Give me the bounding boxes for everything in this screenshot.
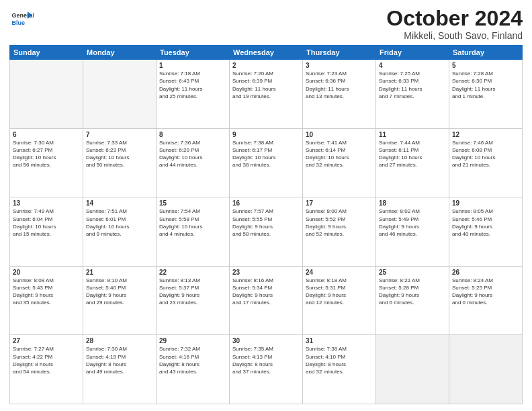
weekday-header-row: SundayMondayTuesdayWednesdayThursdayFrid… — [10, 46, 523, 60]
day-cell: 3Sunrise: 7:23 AM Sunset: 6:36 PM Daylig… — [303, 60, 376, 129]
day-number: 1 — [159, 62, 226, 69]
day-number: 10 — [306, 131, 373, 138]
day-cell — [449, 335, 523, 404]
day-cell: 24Sunrise: 8:18 AM Sunset: 5:31 PM Dayli… — [303, 266, 376, 335]
weekday-friday: Friday — [376, 46, 449, 60]
day-detail: Sunrise: 7:25 AM Sunset: 6:33 PM Dayligh… — [379, 70, 446, 100]
day-cell: 13Sunrise: 7:49 AM Sunset: 6:04 PM Dayli… — [10, 197, 83, 267]
day-number: 8 — [159, 131, 226, 138]
day-number: 3 — [306, 62, 373, 69]
day-detail: Sunrise: 7:18 AM Sunset: 6:43 PM Dayligh… — [159, 70, 226, 100]
day-cell: 28Sunrise: 7:30 AM Sunset: 4:19 PM Dayli… — [83, 335, 157, 404]
day-detail: Sunrise: 7:33 AM Sunset: 6:23 PM Dayligh… — [86, 139, 153, 169]
weekday-saturday: Saturday — [449, 46, 523, 60]
day-number: 9 — [232, 131, 300, 138]
weekday-monday: Monday — [83, 46, 157, 60]
day-number: 13 — [13, 199, 80, 207]
day-cell: 16Sunrise: 7:57 AM Sunset: 5:55 PM Dayli… — [230, 197, 303, 267]
day-number: 2 — [232, 62, 300, 69]
day-cell: 26Sunrise: 8:24 AM Sunset: 5:25 PM Dayli… — [449, 266, 523, 335]
day-detail: Sunrise: 8:18 AM Sunset: 5:31 PM Dayligh… — [306, 277, 373, 307]
day-cell: 14Sunrise: 7:51 AM Sunset: 6:01 PM Dayli… — [83, 197, 157, 267]
week-row-4: 27Sunrise: 7:27 AM Sunset: 4:22 PM Dayli… — [10, 335, 523, 404]
day-detail: Sunrise: 8:00 AM Sunset: 5:52 PM Dayligh… — [306, 208, 373, 238]
day-number: 15 — [159, 199, 226, 207]
day-detail: Sunrise: 7:35 AM Sunset: 4:13 PM Dayligh… — [232, 345, 300, 375]
day-number: 25 — [379, 269, 446, 276]
day-cell: 19Sunrise: 8:05 AM Sunset: 5:46 PM Dayli… — [449, 197, 523, 267]
day-detail: Sunrise: 8:08 AM Sunset: 5:43 PM Dayligh… — [13, 277, 80, 307]
week-row-0: 1Sunrise: 7:18 AM Sunset: 6:43 PM Daylig… — [10, 60, 523, 129]
day-cell: 29Sunrise: 7:32 AM Sunset: 4:16 PM Dayli… — [157, 335, 230, 404]
day-number: 28 — [86, 337, 153, 345]
day-number: 26 — [452, 269, 519, 276]
header: General Blue October 2024 Mikkeli, South… — [9, 7, 523, 41]
calendar-subtitle: Mikkeli, South Savo, Finland — [386, 30, 523, 41]
day-number: 6 — [13, 131, 80, 138]
day-detail: Sunrise: 8:10 AM Sunset: 5:40 PM Dayligh… — [86, 277, 153, 307]
day-cell: 18Sunrise: 8:02 AM Sunset: 5:49 PM Dayli… — [376, 197, 449, 267]
week-row-3: 20Sunrise: 8:08 AM Sunset: 5:43 PM Dayli… — [10, 266, 523, 335]
day-number: 24 — [306, 269, 373, 276]
day-cell: 21Sunrise: 8:10 AM Sunset: 5:40 PM Dayli… — [83, 266, 157, 335]
day-cell: 27Sunrise: 7:27 AM Sunset: 4:22 PM Dayli… — [10, 335, 83, 404]
day-cell: 9Sunrise: 7:38 AM Sunset: 6:17 PM Daylig… — [230, 128, 303, 197]
day-number: 22 — [159, 269, 226, 276]
day-cell: 22Sunrise: 8:13 AM Sunset: 5:37 PM Dayli… — [157, 266, 230, 335]
day-cell: 6Sunrise: 7:30 AM Sunset: 6:27 PM Daylig… — [10, 128, 83, 197]
day-detail: Sunrise: 7:51 AM Sunset: 6:01 PM Dayligh… — [86, 208, 153, 238]
day-cell: 1Sunrise: 7:18 AM Sunset: 6:43 PM Daylig… — [157, 60, 230, 129]
day-detail: Sunrise: 7:57 AM Sunset: 5:55 PM Dayligh… — [232, 208, 300, 238]
day-detail: Sunrise: 7:27 AM Sunset: 4:22 PM Dayligh… — [13, 345, 80, 375]
day-number: 31 — [306, 337, 373, 345]
day-number: 7 — [86, 131, 153, 138]
day-number: 16 — [232, 199, 300, 207]
day-cell: 11Sunrise: 7:44 AM Sunset: 6:11 PM Dayli… — [376, 128, 449, 197]
day-number: 18 — [379, 199, 446, 207]
day-number: 17 — [306, 199, 373, 207]
day-number: 29 — [159, 337, 226, 345]
day-number: 19 — [452, 199, 519, 207]
day-number: 27 — [13, 337, 80, 345]
day-detail: Sunrise: 7:23 AM Sunset: 6:36 PM Dayligh… — [306, 70, 373, 100]
day-detail: Sunrise: 8:13 AM Sunset: 5:37 PM Dayligh… — [159, 277, 226, 307]
day-number: 23 — [232, 269, 300, 276]
day-number: 11 — [379, 131, 446, 138]
day-cell — [83, 60, 157, 129]
day-cell: 12Sunrise: 7:46 AM Sunset: 6:08 PM Dayli… — [449, 128, 523, 197]
week-row-2: 13Sunrise: 7:49 AM Sunset: 6:04 PM Dayli… — [10, 197, 523, 267]
day-cell — [10, 60, 83, 129]
day-cell: 7Sunrise: 7:33 AM Sunset: 6:23 PM Daylig… — [83, 128, 157, 197]
day-cell: 23Sunrise: 8:16 AM Sunset: 5:34 PM Dayli… — [230, 266, 303, 335]
day-detail: Sunrise: 7:46 AM Sunset: 6:08 PM Dayligh… — [452, 139, 519, 169]
day-cell: 2Sunrise: 7:20 AM Sunset: 6:39 PM Daylig… — [230, 60, 303, 129]
day-detail: Sunrise: 7:41 AM Sunset: 6:14 PM Dayligh… — [306, 139, 373, 169]
day-detail: Sunrise: 8:16 AM Sunset: 5:34 PM Dayligh… — [232, 277, 300, 307]
weekday-sunday: Sunday — [10, 46, 83, 60]
calendar-table: SundayMondayTuesdayWednesdayThursdayFrid… — [9, 45, 523, 404]
svg-text:Blue: Blue — [12, 19, 26, 26]
day-detail: Sunrise: 7:28 AM Sunset: 6:30 PM Dayligh… — [452, 70, 519, 100]
day-cell: 15Sunrise: 7:54 AM Sunset: 5:58 PM Dayli… — [157, 197, 230, 267]
day-detail: Sunrise: 7:49 AM Sunset: 6:04 PM Dayligh… — [13, 208, 80, 238]
day-cell: 8Sunrise: 7:36 AM Sunset: 6:20 PM Daylig… — [157, 128, 230, 197]
day-detail: Sunrise: 7:44 AM Sunset: 6:11 PM Dayligh… — [379, 139, 446, 169]
title-block: October 2024 Mikkeli, South Savo, Finlan… — [386, 7, 523, 41]
day-cell: 10Sunrise: 7:41 AM Sunset: 6:14 PM Dayli… — [303, 128, 376, 197]
day-detail: Sunrise: 7:38 AM Sunset: 6:17 PM Dayligh… — [232, 139, 300, 169]
day-detail: Sunrise: 8:21 AM Sunset: 5:28 PM Dayligh… — [379, 277, 446, 307]
day-detail: Sunrise: 8:05 AM Sunset: 5:46 PM Dayligh… — [452, 208, 519, 238]
logo: General Blue — [9, 7, 34, 31]
day-cell: 25Sunrise: 8:21 AM Sunset: 5:28 PM Dayli… — [376, 266, 449, 335]
day-detail: Sunrise: 7:20 AM Sunset: 6:39 PM Dayligh… — [232, 70, 300, 100]
day-detail: Sunrise: 8:02 AM Sunset: 5:49 PM Dayligh… — [379, 208, 446, 238]
logo-icon: General Blue — [9, 7, 34, 31]
day-detail: Sunrise: 7:30 AM Sunset: 4:19 PM Dayligh… — [86, 345, 153, 375]
day-number: 21 — [86, 269, 153, 276]
day-detail: Sunrise: 8:24 AM Sunset: 5:25 PM Dayligh… — [452, 277, 519, 307]
day-detail: Sunrise: 7:38 AM Sunset: 4:10 PM Dayligh… — [306, 345, 373, 375]
calendar-title: October 2024 — [386, 7, 523, 30]
weekday-thursday: Thursday — [303, 46, 376, 60]
weekday-tuesday: Tuesday — [157, 46, 230, 60]
day-number: 20 — [13, 269, 80, 276]
